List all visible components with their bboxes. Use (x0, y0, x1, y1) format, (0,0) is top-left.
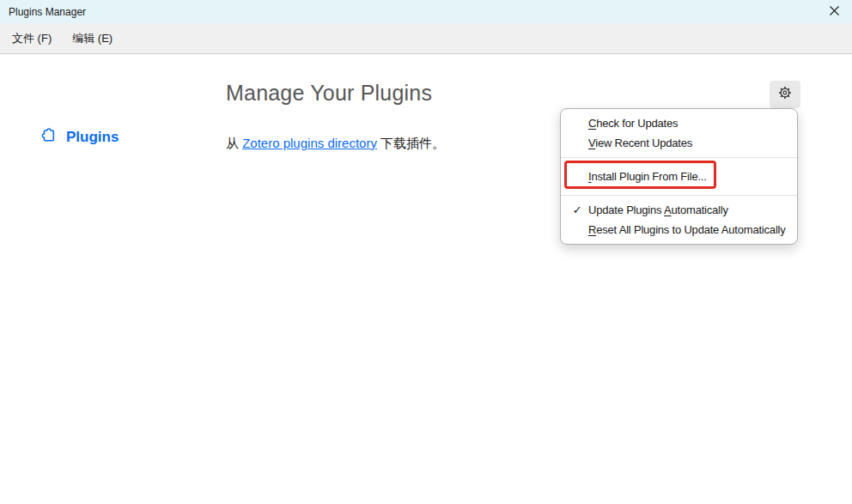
menu-item-view-recent-updates[interactable]: View Recent Updates (561, 133, 797, 153)
sidebar-item-plugins-label: Plugins (66, 129, 119, 146)
gear-dropdown-menu: Check for Updates View Recent Updates In… (560, 108, 798, 245)
menubar-item-file[interactable]: 文件 (F) (10, 23, 53, 53)
menubar-item-edit[interactable]: 编辑 (E) (70, 23, 114, 53)
titlebar: Plugins Manager (0, 0, 852, 23)
check-slot (569, 167, 586, 186)
main-content: Plugins Manage Your Plugins 从 Zotero plu… (0, 54, 852, 504)
menu-item-check-for-updates[interactable]: Check for Updates (561, 113, 797, 133)
menu-item-install-plugin-from-file[interactable]: Install Plugin From File... (561, 167, 797, 186)
description-before: 从 (226, 136, 242, 150)
close-button[interactable] (816, 0, 852, 23)
menu-separator (561, 195, 797, 196)
description-text: 从 Zotero plugins directory 下载插件。 (226, 136, 445, 152)
check-slot (569, 133, 586, 153)
window-title: Plugins Manager (0, 6, 816, 18)
menu-item-update-plugins-automatically[interactable]: ✓ Update Plugins Automatically (561, 200, 797, 220)
check-slot (569, 113, 586, 133)
puzzle-icon (40, 126, 58, 149)
plugins-directory-link[interactable]: Zotero plugins directory (242, 136, 377, 150)
gear-icon (777, 85, 793, 104)
page-title: Manage Your Plugins (226, 81, 432, 106)
menu-item-label: Update Plugins Automatically (588, 203, 728, 216)
plugins-manager-window: Plugins Manager 文件 (F) 编辑 (E) Plugins (0, 0, 852, 504)
menu-item-label: Check for Updates (588, 117, 678, 130)
close-icon (830, 6, 839, 18)
menu-separator (561, 157, 797, 158)
menu-item-label: Reset All Plugins to Update Automaticall… (588, 223, 786, 236)
gear-button[interactable] (770, 81, 800, 108)
check-slot (569, 220, 586, 240)
menu-item-reset-all-plugins[interactable]: Reset All Plugins to Update Automaticall… (561, 220, 797, 240)
menubar: 文件 (F) 编辑 (E) (0, 23, 852, 54)
menu-item-label: View Recent Updates (588, 137, 692, 149)
sidebar-item-plugins[interactable]: Plugins (40, 126, 119, 149)
checkmark-icon: ✓ (569, 200, 586, 220)
description-after: 下载插件。 (377, 136, 445, 150)
menu-item-label: Install Plugin From File... (588, 170, 707, 183)
